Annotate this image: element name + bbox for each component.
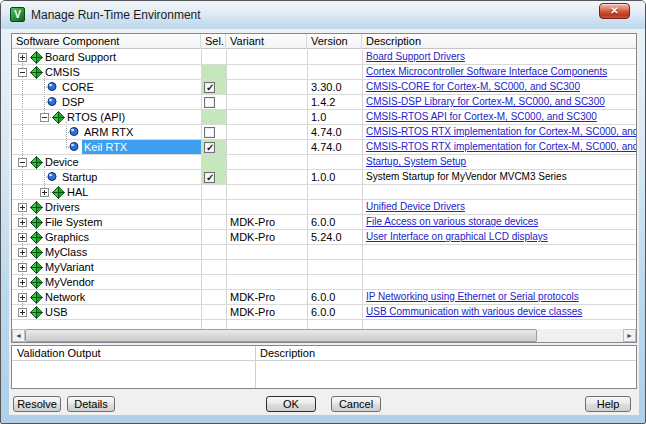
table-row[interactable]: CMSISCortex Microcontroller Software Int… [12, 65, 636, 80]
description-link[interactable]: Startup, System Setup [366, 156, 466, 167]
scroll-right-arrow-icon[interactable]: ► [623, 329, 636, 342]
table-row[interactable]: ARM RTX4.74.0CMSIS-RTOS RTX implementati… [12, 125, 636, 140]
tree-cell: Board Support [12, 50, 201, 64]
component-label[interactable]: USB [43, 305, 71, 319]
table-row[interactable]: RTOS (API)1.0CMSIS-RTOS API for Cortex-M… [12, 110, 636, 125]
table-row[interactable]: MyVendor [12, 275, 636, 290]
component-label[interactable]: Keil RTX [82, 140, 201, 154]
component-leaf-icon [47, 171, 57, 182]
component-label[interactable]: MyVendor [43, 275, 98, 289]
description-cell [362, 260, 636, 274]
table-row[interactable]: Keil RTX4.74.0CMSIS-RTOS RTX implementat… [12, 140, 636, 155]
component-label[interactable]: CMSIS [43, 65, 83, 79]
table-row[interactable]: HAL [12, 185, 636, 200]
component-label[interactable]: ARM RTX [82, 125, 136, 139]
expand-icon[interactable] [40, 188, 49, 197]
details-button[interactable]: Details [67, 396, 115, 412]
table-row[interactable]: DeviceStartup, System Setup [12, 155, 636, 170]
sel-checkbox[interactable] [204, 97, 215, 108]
table-row[interactable]: USBMDK-Pro6.0.0USB Communication with va… [12, 305, 636, 320]
component-label[interactable]: File System [43, 215, 105, 229]
description-cell: CMSIS-RTOS RTX implementation for Cortex… [362, 125, 636, 139]
table-row[interactable]: NetworkMDK-Pro6.0.0IP Networking using E… [12, 290, 636, 305]
description-link[interactable]: Board Support Drivers [366, 51, 465, 62]
table-row[interactable]: Board SupportBoard Support Drivers [12, 50, 636, 65]
close-button[interactable]: ✕ [599, 3, 630, 19]
column-header-software-component[interactable]: Software Component [12, 34, 201, 49]
expand-icon[interactable] [18, 203, 27, 212]
component-label[interactable]: MyVariant [43, 260, 97, 274]
component-label[interactable]: CORE [60, 80, 97, 94]
expand-icon[interactable] [18, 53, 27, 62]
description-link[interactable]: CMSIS-RTOS API for Cortex-M, SC000, and … [366, 111, 597, 122]
component-group-icon [52, 186, 65, 199]
variant-cell [226, 185, 307, 199]
sel-checkbox[interactable] [204, 142, 215, 153]
component-label[interactable]: Device [43, 155, 82, 169]
description-link[interactable]: Unified Device Drivers [366, 201, 465, 212]
table-row[interactable]: DSP1.4.2CMSIS-DSP Library for Cortex-M, … [12, 95, 636, 110]
description-link[interactable]: CMSIS-RTOS RTX implementation for Cortex… [366, 126, 636, 137]
component-label[interactable]: Network [43, 290, 88, 304]
component-label[interactable]: DSP [60, 95, 88, 109]
validation-output-header: Validation Output [17, 347, 101, 359]
sel-cell [201, 200, 226, 214]
table-row[interactable]: File SystemMDK-Pro6.0.0File Access on va… [12, 215, 636, 230]
table-row[interactable]: DriversUnified Device Drivers [12, 200, 636, 215]
expand-icon[interactable] [18, 248, 27, 257]
description-link[interactable]: IP Networking using Ethernet or Serial p… [366, 291, 579, 302]
resolve-button[interactable]: Resolve [13, 396, 61, 412]
description-link[interactable]: CMSIS-CORE for Cortex-M, SC000, and SC30… [366, 81, 580, 92]
horizontal-scrollbar[interactable]: ◄ ► [12, 329, 636, 342]
component-label[interactable]: Board Support [43, 50, 119, 64]
table-row[interactable]: CORE3.30.0CMSIS-CORE for Cortex-M, SC000… [12, 80, 636, 95]
column-header-variant[interactable]: Variant [226, 34, 307, 49]
component-label[interactable]: Startup [60, 170, 100, 184]
help-button[interactable]: Help [585, 396, 631, 412]
tree-cell: MyClass [12, 245, 201, 259]
description-link[interactable]: Cortex Microcontroller Software Interfac… [366, 66, 607, 77]
description-cell: CMSIS-DSP Library for Cortex-M, SC000, a… [362, 95, 636, 109]
description-cell: CMSIS-CORE for Cortex-M, SC000, and SC30… [362, 80, 636, 94]
table-row[interactable]: MyVariant [12, 260, 636, 275]
column-header-sel[interactable]: Sel. [201, 34, 226, 49]
column-header-version[interactable]: Version [307, 34, 362, 49]
title-bar[interactable]: V Manage Run-Time Environment ✕ [1, 1, 645, 29]
ok-button[interactable]: OK [266, 396, 316, 412]
description-link[interactable]: USB Communication with various device cl… [366, 306, 582, 317]
description-link[interactable]: File Access on various storage devices [366, 216, 538, 227]
sel-checkbox[interactable] [204, 172, 215, 183]
tree-cell: USB [12, 305, 201, 319]
component-label[interactable]: Drivers [43, 200, 83, 214]
description-link[interactable]: CMSIS-DSP Library for Cortex-M, SC000, a… [366, 96, 605, 107]
collapse-icon[interactable] [18, 158, 27, 167]
tree-cell: MyVariant [12, 260, 201, 274]
column-header-description[interactable]: Description [362, 34, 636, 49]
description-cell: File Access on various storage devices [362, 215, 636, 229]
tree-cell: Drivers [12, 200, 201, 214]
scroll-left-arrow-icon[interactable]: ◄ [12, 329, 25, 342]
expand-icon[interactable] [18, 278, 27, 287]
sel-checkbox[interactable] [204, 82, 215, 93]
scrollbar-thumb[interactable] [25, 329, 537, 342]
collapse-icon[interactable] [18, 68, 27, 77]
table-row[interactable]: Startup1.0.0System Startup for MyVendor … [12, 170, 636, 185]
sel-checkbox[interactable] [204, 127, 215, 138]
component-label[interactable]: Graphics [43, 230, 92, 244]
component-label[interactable]: HAL [65, 185, 91, 199]
expand-icon[interactable] [18, 263, 27, 272]
sel-cell [201, 260, 226, 274]
expand-icon[interactable] [18, 308, 27, 317]
component-label[interactable]: RTOS (API) [65, 110, 128, 124]
expand-icon[interactable] [18, 218, 27, 227]
collapse-icon[interactable] [40, 113, 49, 122]
expand-icon[interactable] [18, 233, 27, 242]
tree-cell: Startup [12, 170, 201, 184]
description-link[interactable]: User Interface on graphical LCD displays [366, 231, 548, 242]
table-row[interactable]: GraphicsMDK-Pro5.24.0User Interface on g… [12, 230, 636, 245]
table-row[interactable]: MyClass [12, 245, 636, 260]
cancel-button[interactable]: Cancel [331, 396, 381, 412]
description-link[interactable]: CMSIS-RTOS RTX implementation for Cortex… [366, 141, 636, 152]
expand-icon[interactable] [18, 293, 27, 302]
component-label[interactable]: MyClass [43, 245, 90, 259]
